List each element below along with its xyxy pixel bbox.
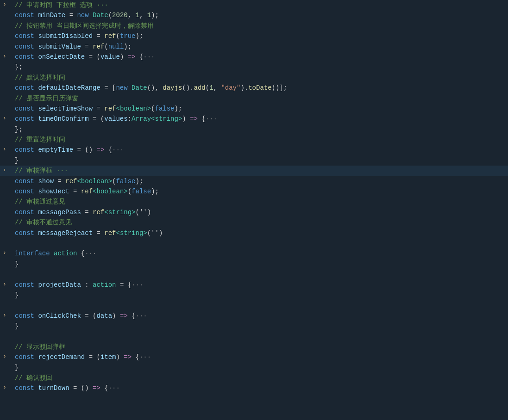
code-line: ›const onClickChek = (data) => {··· bbox=[0, 311, 508, 321]
code-token-punc: } bbox=[15, 364, 19, 371]
line-content: // 是否显示日历弹窗 bbox=[11, 93, 504, 104]
code-token-num: 1 bbox=[209, 84, 213, 92]
line-content: const submitDisabled = ref(true); bbox=[11, 31, 504, 41]
code-line: ›const projectData : action = {··· bbox=[0, 280, 508, 290]
code-token-cn: Array bbox=[132, 115, 151, 123]
code-line: // 按钮禁用 当日期区间选择完成时，解除禁用 bbox=[0, 21, 508, 31]
line-content: } bbox=[11, 363, 504, 373]
code-line: // 审核通过意见 bbox=[0, 197, 508, 207]
collapse-arrow[interactable]: › bbox=[3, 52, 6, 62]
code-token-var: projectData bbox=[38, 281, 81, 289]
code-token-type: <boolean> bbox=[116, 105, 151, 112]
code-token-type: <string> bbox=[151, 115, 182, 123]
line-content: const messageRejeact = ref<string>('') bbox=[11, 228, 504, 238]
code-token-var: submitDisabled bbox=[38, 32, 93, 40]
code-line: ›const emptyTime = () => {··· bbox=[0, 145, 508, 155]
code-token-var: showJect bbox=[38, 188, 69, 195]
line-gutter[interactable]: › bbox=[0, 52, 11, 62]
code-line: ›const turnDown = () => {··· bbox=[0, 383, 508, 393]
line-gutter[interactable]: › bbox=[0, 280, 11, 290]
code-editor: ›// 申请时间 下拉框 选项 ···const minDate = new D… bbox=[0, 0, 508, 420]
code-token-punc: { bbox=[132, 312, 135, 320]
collapse-arrow[interactable]: › bbox=[3, 0, 6, 10]
code-token-punc: ) bbox=[116, 353, 119, 361]
code-token-kw: const bbox=[15, 353, 38, 361]
code-token-kw: const bbox=[15, 84, 38, 92]
collapse-arrow[interactable]: › bbox=[3, 145, 6, 154]
line-gutter[interactable]: › bbox=[0, 145, 11, 154]
collapse-arrow[interactable]: › bbox=[3, 248, 6, 258]
code-token-comment: // 审核弹框 ··· bbox=[15, 167, 68, 174]
code-token-punc: , bbox=[213, 84, 221, 92]
code-line: } bbox=[0, 259, 508, 269]
line-gutter[interactable]: › bbox=[0, 114, 11, 124]
code-line: }; bbox=[0, 124, 508, 135]
code-token-method: add bbox=[194, 84, 206, 92]
code-token-comment: // 重置选择时间 bbox=[15, 136, 65, 143]
code-token-kw: const bbox=[15, 188, 38, 195]
code-token-var: selectTimeShow bbox=[38, 105, 93, 112]
code-token-kw: const bbox=[15, 43, 38, 50]
code-token-punc: ); bbox=[151, 188, 159, 195]
collapse-arrow[interactable]: › bbox=[3, 311, 6, 321]
code-token-punc: ('') bbox=[147, 229, 163, 237]
code-token-punc: , bbox=[139, 12, 147, 19]
code-token-comment: // 审核不通过意见 bbox=[15, 219, 72, 226]
code-token-kw: const bbox=[15, 32, 38, 40]
line-content: // 按钮禁用 当日期区间选择完成时，解除禁用 bbox=[11, 21, 504, 31]
code-token-punc: (). bbox=[182, 84, 194, 92]
collapse-arrow[interactable]: › bbox=[3, 352, 6, 362]
line-gutter[interactable]: › bbox=[0, 311, 11, 321]
code-line bbox=[0, 332, 508, 342]
collapse-arrow[interactable]: › bbox=[3, 114, 6, 124]
code-line: }; bbox=[0, 62, 508, 72]
line-gutter[interactable]: › bbox=[0, 352, 11, 362]
code-line bbox=[0, 300, 508, 310]
collapse-arrow[interactable]: › bbox=[3, 166, 6, 175]
code-token-punc: ). bbox=[240, 84, 248, 92]
code-token-ellipsis: ··· bbox=[136, 312, 147, 320]
code-token-num: 1 bbox=[136, 12, 139, 19]
line-gutter[interactable]: › bbox=[0, 0, 11, 10]
line-content: const projectData : action = {··· bbox=[11, 280, 504, 290]
code-token-kw2: => bbox=[116, 312, 132, 320]
line-content: // 默认选择时间 bbox=[11, 73, 504, 83]
code-token-kw: const bbox=[15, 384, 38, 392]
code-line bbox=[0, 269, 508, 279]
code-token-op: = bbox=[85, 53, 96, 61]
code-token-punc: { bbox=[104, 384, 108, 392]
code-token-fn: ref bbox=[93, 43, 104, 50]
code-token-kw: const bbox=[15, 53, 38, 61]
code-token-kw: const bbox=[15, 115, 38, 123]
line-content: const emptyTime = () => {··· bbox=[11, 145, 504, 155]
line-content: const minDate = new Date(2020, 1, 1); bbox=[11, 10, 504, 20]
code-token-punc: , bbox=[128, 12, 136, 19]
code-token-op: = bbox=[69, 188, 81, 195]
code-token-kw: const bbox=[15, 229, 38, 237]
code-token-var: defaultDateRange bbox=[38, 84, 100, 92]
line-content: }; bbox=[11, 124, 504, 135]
code-token-cn: action bbox=[54, 250, 77, 257]
code-token-punc: ); bbox=[136, 178, 144, 185]
line-gutter[interactable]: › bbox=[0, 383, 11, 393]
code-token-kw: const bbox=[15, 12, 38, 19]
code-token-fn: ref bbox=[93, 209, 104, 216]
line-content: // 显示驳回弹框 bbox=[11, 342, 504, 352]
code-line: const submitDisabled = ref(true); bbox=[0, 31, 508, 41]
code-token-op: = bbox=[89, 115, 100, 123]
line-gutter[interactable]: › bbox=[0, 248, 11, 258]
line-content: const turnDown = () => {··· bbox=[11, 383, 504, 393]
code-token-kw: const bbox=[15, 209, 38, 216]
code-token-punc: ); bbox=[175, 105, 182, 112]
line-gutter[interactable]: › bbox=[0, 166, 11, 175]
code-token-ellipsis: ··· bbox=[206, 115, 217, 123]
collapse-arrow[interactable]: › bbox=[3, 280, 6, 290]
code-token-bool: false bbox=[116, 178, 136, 185]
code-token-op: = bbox=[65, 12, 77, 19]
collapse-arrow[interactable]: › bbox=[3, 383, 6, 393]
code-token-punc: () bbox=[85, 146, 93, 154]
code-token-punc: { bbox=[136, 353, 139, 361]
code-line bbox=[0, 238, 508, 248]
code-token-comment: // 按钮禁用 当日期区间选择完成时，解除禁用 bbox=[15, 22, 154, 30]
code-token-kw: new bbox=[116, 84, 132, 92]
